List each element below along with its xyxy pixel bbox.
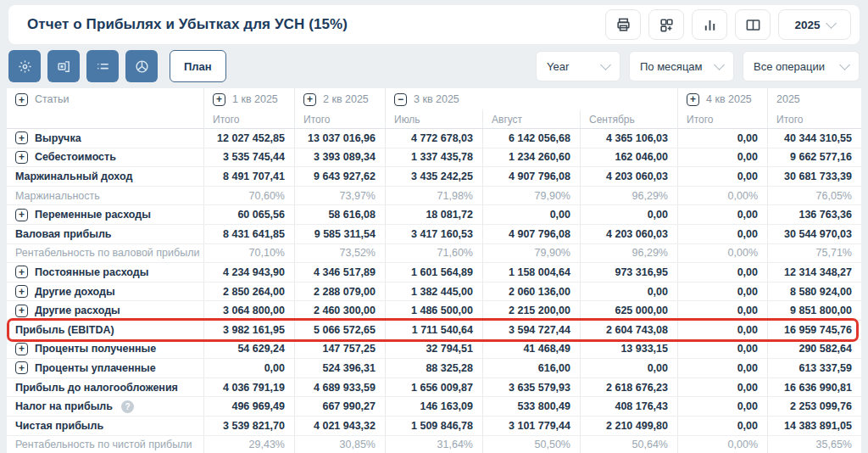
value-cell: 496 969,49	[203, 397, 294, 416]
book-icon	[745, 17, 761, 33]
expand-row-icon[interactable]: +	[15, 131, 28, 144]
chevron-down-icon	[839, 59, 850, 70]
value-cell: 0,00%	[677, 436, 767, 453]
toolbar: План Year По месяцам Все операции	[8, 49, 860, 83]
value-cell: 3 635 579,93	[482, 378, 580, 397]
value-cell: 12 314 348,27	[767, 263, 861, 282]
value-cell: 0,00	[677, 167, 767, 186]
expand-row-icon[interactable]: +	[15, 361, 28, 374]
value-cell: 1 382 445,00	[385, 282, 482, 301]
granularity-dropdown[interactable]: По месяцам	[629, 51, 734, 81]
value-cell: 4 907 796,08	[482, 225, 580, 243]
expand-row-icon[interactable]: +	[15, 209, 28, 221]
value-cell: 0,00	[677, 359, 767, 378]
column-group-label: 1 кв 2025	[232, 93, 278, 105]
plan-button[interactable]: План	[170, 50, 226, 82]
row-label-cell: +Другие расходы	[7, 301, 203, 320]
column-group-header: +2 кв 2025	[294, 88, 385, 110]
operations-value: Все операции	[754, 60, 825, 73]
column-group-label: 2 кв 2025	[323, 93, 369, 105]
value-cell: 2 604 743,08	[580, 321, 677, 339]
report-table: +Статьи+1 кв 2025Итого+2 кв 2025Итого−3 …	[7, 88, 861, 453]
value-cell: 1 711 540,64	[385, 321, 482, 339]
value-cell: 5 066 572,65	[294, 321, 385, 339]
value-cell: 1 158 004,64	[482, 263, 580, 282]
year-dropdown-value: 2025	[794, 19, 820, 31]
operations-dropdown[interactable]: Все операции	[743, 51, 860, 81]
column-group-header: −3 кв 2025	[385, 88, 677, 110]
pie-chart-button[interactable]	[125, 50, 158, 82]
expand-quarter-icon[interactable]: +	[687, 93, 699, 106]
value-cell: 79,90%	[482, 187, 580, 205]
add-widget-button[interactable]	[648, 9, 684, 40]
value-cell: 75,71%	[767, 244, 861, 263]
value-cell: 18 081,72	[385, 205, 482, 224]
expand-all-rows-icon[interactable]: +	[15, 93, 28, 106]
expand-row-icon[interactable]: +	[15, 285, 28, 298]
row-label-cell: Прибыль (EBITDA)	[7, 321, 203, 339]
column-subheader: Июль	[385, 110, 482, 128]
value-cell: 2 210 499,80	[580, 417, 677, 435]
value-cell: 1 509 846,78	[385, 417, 482, 435]
value-cell: 290 582,64	[767, 340, 861, 359]
value-cell: 0,00	[677, 205, 767, 224]
value-cell: 73,52%	[294, 244, 385, 263]
expand-row-icon[interactable]: +	[15, 343, 28, 355]
table-row: Маржинальный доход8 491 707,419 643 927,…	[7, 167, 861, 187]
toolbar-right: Year По месяцам Все операции	[536, 51, 860, 81]
table-row: Налог на прибыль?496 969,49667 990,27146…	[7, 397, 861, 417]
value-cell: 4 234 943,90	[203, 263, 294, 282]
expand-row-icon[interactable]: +	[15, 305, 28, 317]
settings-button[interactable]	[8, 50, 41, 82]
value-cell: 14 383 891,05	[767, 417, 861, 435]
period-type-dropdown[interactable]: Year	[536, 51, 620, 81]
report-view-button[interactable]	[735, 9, 771, 40]
value-cell: 1 337 435,78	[385, 148, 482, 167]
value-cell: 4 203 060,03	[580, 225, 677, 243]
expand-quarter-icon[interactable]: +	[213, 93, 225, 106]
row-label: Проценты полученные	[35, 343, 156, 355]
value-cell: 73,97%	[294, 187, 385, 205]
chevron-down-icon	[600, 59, 611, 70]
chart-view-button[interactable]	[692, 9, 727, 40]
value-cell: 0,00	[677, 321, 767, 339]
row-label: Прибыль (EBITDA)	[15, 324, 114, 336]
value-cell: 625 000,00	[580, 301, 677, 320]
value-cell: 54 629,24	[203, 340, 294, 359]
help-icon[interactable]: ?	[121, 400, 134, 413]
column-group-header: +1 кв 2025	[203, 88, 294, 110]
value-cell: 4 365 106,03	[580, 129, 677, 148]
expand-row-icon[interactable]: +	[15, 266, 28, 278]
value-cell: 4 021 943,32	[294, 417, 385, 435]
row-settings-button[interactable]	[86, 50, 119, 82]
export-button[interactable]	[47, 50, 80, 82]
table-row: Чистая прибыль3 539 821,704 021 943,321 …	[7, 417, 861, 436]
value-cell: 31,64%	[385, 436, 482, 453]
row-label-cell: Маржинальность	[7, 187, 203, 205]
value-cell: 71,98%	[385, 187, 482, 205]
value-cell: 0,00	[580, 205, 677, 224]
value-cell: 13 933,15	[580, 340, 677, 359]
value-cell: 616,00	[482, 359, 580, 378]
value-cell: 0,00	[677, 340, 767, 359]
value-cell: 0,00	[482, 205, 580, 224]
collapse-quarter-icon[interactable]: −	[394, 93, 407, 106]
value-cell: 30 681 733,39	[767, 167, 861, 186]
print-button[interactable]	[605, 9, 641, 40]
year-dropdown[interactable]: 2025	[778, 9, 851, 40]
column-subheader: Итого	[294, 110, 385, 128]
expand-quarter-icon[interactable]: +	[303, 93, 316, 106]
column-group-header: +4 кв 2025	[677, 88, 767, 110]
value-cell: 146 163,09	[385, 397, 482, 416]
value-cell: 533 800,49	[482, 397, 580, 416]
value-cell: 2 288 079,00	[294, 282, 385, 301]
value-cell: 9 851 800,00	[767, 301, 861, 320]
value-cell: 2 253 099,76	[767, 397, 861, 416]
column-group-label: 4 кв 2025	[706, 93, 752, 105]
row-label: Валовая прибыль	[15, 228, 112, 240]
expand-row-icon[interactable]: +	[15, 151, 28, 164]
value-cell: 408 176,43	[580, 397, 677, 416]
row-label: Другие расходы	[35, 305, 120, 316]
value-cell: 1 234 260,60	[482, 148, 580, 167]
value-cell: 3 982 161,95	[203, 321, 294, 339]
